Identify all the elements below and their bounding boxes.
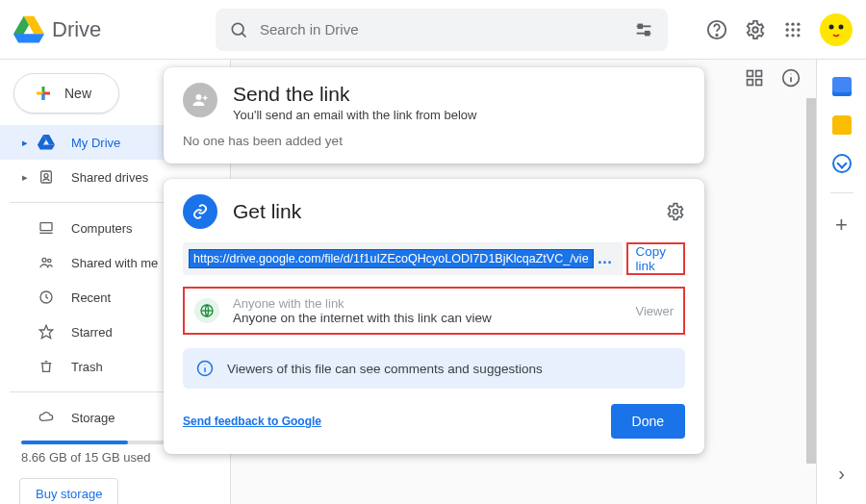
send-link-subtitle: You'll send an email with the link from … bbox=[233, 108, 476, 122]
send-feedback-link[interactable]: Send feedback to Google bbox=[183, 415, 321, 428]
role-selector[interactable]: Viewer bbox=[635, 304, 674, 318]
link-scope-row[interactable]: Anyone with the link Anyone on the inter… bbox=[183, 287, 685, 335]
link-icon bbox=[183, 194, 217, 229]
scope-label: Anyone with the link bbox=[233, 296, 492, 311]
send-link-card: Send the link You'll send an email with … bbox=[164, 67, 704, 164]
copy-link-button[interactable]: Copy link bbox=[626, 242, 685, 275]
share-url-text: https://drive.google.com/file/d/1f1uIZEc… bbox=[189, 249, 594, 268]
get-link-card: Get link https://drive.google.com/file/d… bbox=[164, 179, 704, 454]
send-link-title: Send the link bbox=[233, 83, 476, 106]
svg-point-45 bbox=[196, 94, 202, 100]
share-modal: Send the link You'll send an email with … bbox=[0, 0, 866, 504]
info-icon bbox=[196, 360, 214, 377]
get-link-title: Get link bbox=[233, 200, 650, 223]
no-one-added-text: No one has been added yet bbox=[183, 134, 685, 148]
done-button[interactable]: Done bbox=[611, 404, 685, 439]
scope-description: Anyone on the internet with this link ca… bbox=[233, 311, 492, 325]
share-url-field[interactable]: https://drive.google.com/file/d/1f1uIZEc… bbox=[183, 242, 623, 275]
url-truncation-icon: … bbox=[594, 250, 617, 267]
globe-icon bbox=[194, 298, 219, 323]
svg-point-48 bbox=[674, 210, 678, 214]
info-banner: Viewers of this file can see comments an… bbox=[183, 348, 685, 389]
link-settings-gear-icon[interactable] bbox=[666, 202, 685, 221]
info-text: Viewers of this file can see comments an… bbox=[227, 362, 543, 376]
add-people-icon bbox=[183, 83, 217, 117]
